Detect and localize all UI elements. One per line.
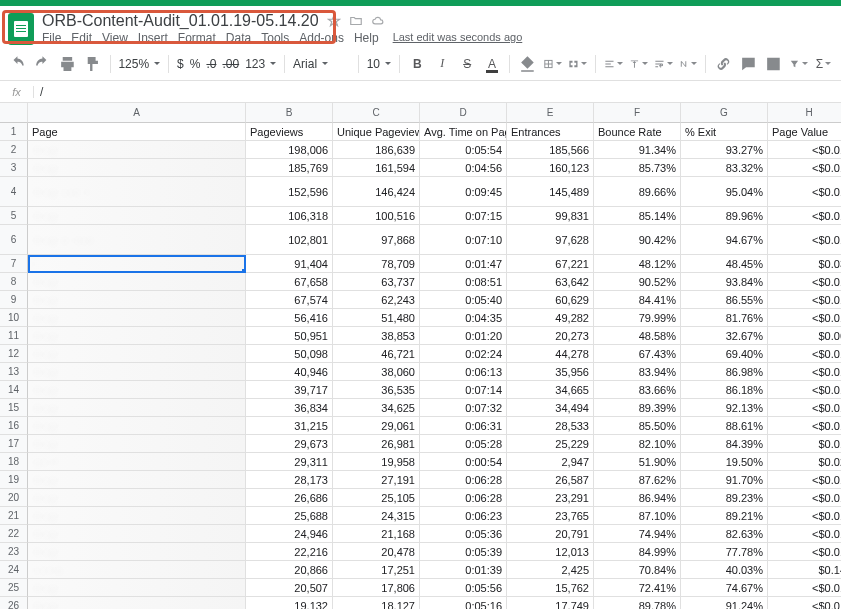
cell[interactable]: <$0.01 — [768, 141, 841, 159]
cell[interactable]: 0:06:13 — [420, 363, 507, 381]
cell[interactable]: 0:05:56 — [420, 579, 507, 597]
cell[interactable]: 34,494 — [507, 399, 594, 417]
cell[interactable]: <$0.01 — [768, 399, 841, 417]
doc-title[interactable]: ORB-Content-Audit_01.01.19-05.14.20 — [42, 12, 319, 30]
cell[interactable]: 0:00:54 — [420, 453, 507, 471]
cell[interactable]: 18,127 — [333, 597, 420, 609]
cell[interactable]: 89.21% — [681, 507, 768, 525]
row-number[interactable]: 17 — [0, 435, 28, 453]
menu-insert[interactable]: Insert — [138, 31, 168, 45]
zoom-select[interactable]: 125% — [118, 57, 160, 71]
borders-icon[interactable] — [543, 54, 562, 74]
cell[interactable]: $0.14 — [768, 561, 841, 579]
cell[interactable]: /blog/ use-it — [28, 177, 246, 207]
menu-tools[interactable]: Tools — [261, 31, 289, 45]
cell[interactable]: 70.84% — [594, 561, 681, 579]
cell[interactable]: /blog/ — [28, 399, 246, 417]
cell[interactable]: 23,765 — [507, 507, 594, 525]
cell[interactable]: 72.41% — [594, 579, 681, 597]
cell[interactable]: 25,688 — [246, 507, 333, 525]
spreadsheet-grid[interactable]: ABCDEFGH1PagePageviewsUnique PageviewsAv… — [0, 103, 841, 609]
cell[interactable]: 146,424 — [333, 177, 420, 207]
cell[interactable]: 67.43% — [594, 345, 681, 363]
cell[interactable]: $0.01 — [768, 435, 841, 453]
cell[interactable]: 160,123 — [507, 159, 594, 177]
cell[interactable]: 0:05:40 — [420, 291, 507, 309]
format-number[interactable]: 123 — [245, 57, 276, 71]
row-number[interactable]: 19 — [0, 471, 28, 489]
cell[interactable]: /blog/ — [28, 141, 246, 159]
col-header[interactable]: F — [594, 103, 681, 123]
redo-icon[interactable] — [33, 54, 52, 74]
cell[interactable]: 63,642 — [507, 273, 594, 291]
cell[interactable]: 38,060 — [333, 363, 420, 381]
row-number[interactable]: 22 — [0, 525, 28, 543]
cell[interactable]: 0:02:24 — [420, 345, 507, 363]
row-number[interactable]: 13 — [0, 363, 28, 381]
cell[interactable]: 185,566 — [507, 141, 594, 159]
cell[interactable]: 22,216 — [246, 543, 333, 561]
cell[interactable]: 84.41% — [594, 291, 681, 309]
row-number[interactable]: 2 — [0, 141, 28, 159]
cell[interactable]: 77.78% — [681, 543, 768, 561]
cell[interactable]: 29,311 — [246, 453, 333, 471]
bold-button[interactable]: B — [408, 54, 427, 74]
cell[interactable]: 85.50% — [594, 417, 681, 435]
undo-icon[interactable] — [8, 54, 27, 74]
cell[interactable]: 23,291 — [507, 489, 594, 507]
cell[interactable]: 0:07:14 — [420, 381, 507, 399]
cell[interactable]: 17,749 — [507, 597, 594, 609]
cell[interactable]: 38,853 — [333, 327, 420, 345]
menu-help[interactable]: Help — [354, 31, 379, 45]
cell[interactable]: 25,229 — [507, 435, 594, 453]
cell[interactable]: <$0.01 — [768, 579, 841, 597]
cell[interactable]: 100,516 — [333, 207, 420, 225]
wrap-icon[interactable] — [654, 54, 673, 74]
header-cell[interactable]: Bounce Rate — [594, 123, 681, 141]
cell[interactable]: $0.03 — [768, 255, 841, 273]
row-number[interactable]: 1 — [0, 123, 28, 141]
format-percent[interactable]: % — [190, 57, 201, 71]
cell[interactable]: 48.45% — [681, 255, 768, 273]
cell[interactable]: <$0.01 — [768, 597, 841, 609]
row-number[interactable]: 12 — [0, 345, 28, 363]
star-icon[interactable] — [327, 14, 341, 28]
cell[interactable]: /blog/ — [28, 579, 246, 597]
cell[interactable]: 44,278 — [507, 345, 594, 363]
cell[interactable]: 78,709 — [333, 255, 420, 273]
row-number[interactable]: 16 — [0, 417, 28, 435]
italic-button[interactable]: I — [433, 54, 452, 74]
cell[interactable]: 79.99% — [594, 309, 681, 327]
format-currency[interactable]: $ — [177, 57, 184, 71]
cell[interactable]: <$0.01 — [768, 489, 841, 507]
cell[interactable]: 60,629 — [507, 291, 594, 309]
cell[interactable]: 26,686 — [246, 489, 333, 507]
cell[interactable]: 88.61% — [681, 417, 768, 435]
cell[interactable]: 2,947 — [507, 453, 594, 471]
menu-addons[interactable]: Add-ons — [299, 31, 344, 45]
col-header[interactable]: C — [333, 103, 420, 123]
row-number[interactable]: 6 — [0, 225, 28, 255]
cell[interactable]: 92.13% — [681, 399, 768, 417]
cell[interactable]: 198,006 — [246, 141, 333, 159]
cell[interactable]: 26,587 — [507, 471, 594, 489]
row-number[interactable]: 25 — [0, 579, 28, 597]
cell[interactable]: 83.94% — [594, 363, 681, 381]
row-number[interactable]: 7 — [0, 255, 28, 273]
cell[interactable]: $0.02 — [768, 453, 841, 471]
header-cell[interactable]: % Exit — [681, 123, 768, 141]
cell[interactable]: 39,717 — [246, 381, 333, 399]
halign-icon[interactable] — [604, 54, 623, 74]
header-cell[interactable]: Unique Pageviews — [333, 123, 420, 141]
cell[interactable]: <$0.01 — [768, 381, 841, 399]
cell[interactable]: 26,981 — [333, 435, 420, 453]
cell[interactable]: <$0.01 — [768, 471, 841, 489]
text-color-button[interactable]: A — [483, 54, 502, 74]
cell[interactable]: <$0.01 — [768, 345, 841, 363]
row-number[interactable]: 3 — [0, 159, 28, 177]
cell[interactable]: <$0.01 — [768, 525, 841, 543]
row-number[interactable]: 9 — [0, 291, 28, 309]
cell[interactable]: 82.63% — [681, 525, 768, 543]
cell[interactable]: 0:01:47 — [420, 255, 507, 273]
cell[interactable]: 67,221 — [507, 255, 594, 273]
